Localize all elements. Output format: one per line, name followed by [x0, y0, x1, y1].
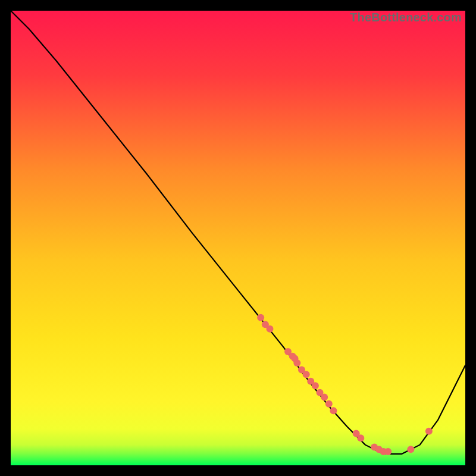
svg-point-22 — [425, 428, 433, 435]
svg-point-8 — [303, 371, 310, 378]
svg-point-6 — [293, 359, 300, 367]
svg-point-14 — [330, 407, 337, 414]
gradient-bg — [11, 11, 465, 465]
svg-point-2 — [266, 325, 273, 333]
chart-frame: TheBottleneck.com — [11, 11, 465, 465]
watermark-text: TheBottleneck.com — [350, 11, 462, 24]
svg-point-12 — [321, 393, 328, 400]
svg-point-10 — [312, 382, 319, 389]
svg-point-20 — [384, 448, 392, 455]
svg-point-21 — [407, 446, 414, 453]
svg-point-16 — [357, 434, 364, 441]
chart-plot — [11, 11, 465, 465]
svg-point-13 — [325, 400, 333, 408]
svg-point-0 — [257, 314, 264, 321]
